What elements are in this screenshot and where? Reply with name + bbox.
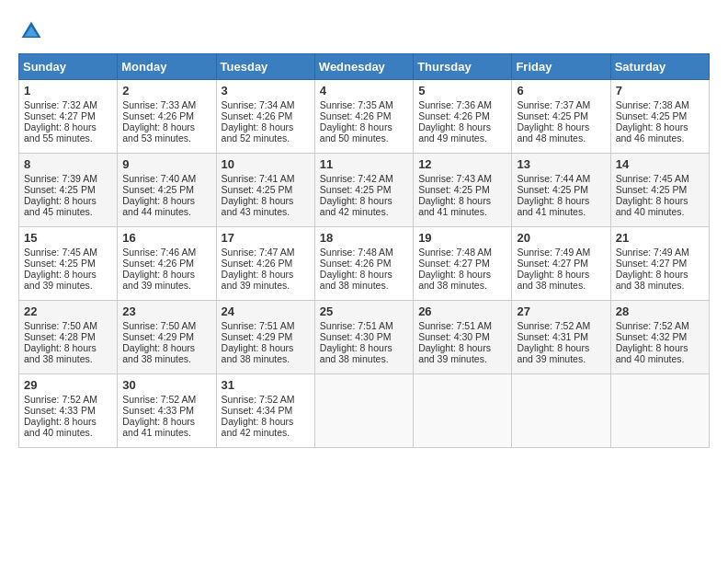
sunrise-text: Sunrise: 7:42 AM	[320, 173, 393, 184]
weekday-header: Friday	[512, 54, 610, 80]
logo	[18, 18, 48, 44]
calendar-cell: 31Sunrise: 7:52 AMSunset: 4:34 PMDayligh…	[216, 374, 314, 448]
weekday-header: Thursday	[414, 54, 512, 80]
daylight-text: Daylight: 8 hours and 41 minutes.	[517, 195, 589, 217]
day-number: 27	[517, 304, 605, 318]
day-number: 30	[122, 378, 210, 392]
day-number: 20	[517, 231, 605, 245]
sunrise-text: Sunrise: 7:34 AM	[222, 99, 295, 110]
calendar-cell: 18Sunrise: 7:48 AMSunset: 4:26 PMDayligh…	[314, 227, 413, 301]
calendar-cell: 22Sunrise: 7:50 AMSunset: 4:28 PMDayligh…	[19, 301, 118, 374]
daylight-text: Daylight: 8 hours and 41 minutes.	[122, 416, 195, 438]
sunset-text: Sunset: 4:27 PM	[24, 110, 96, 121]
sunrise-text: Sunrise: 7:46 AM	[122, 247, 196, 258]
calendar-cell: 16Sunrise: 7:46 AMSunset: 4:26 PMDayligh…	[118, 227, 216, 301]
calendar-cell: 30Sunrise: 7:52 AMSunset: 4:33 PMDayligh…	[118, 374, 216, 448]
weekday-header: Saturday	[610, 54, 709, 80]
calendar-cell: 17Sunrise: 7:47 AMSunset: 4:26 PMDayligh…	[216, 227, 314, 301]
daylight-text: Daylight: 8 hours and 43 minutes.	[222, 195, 294, 217]
calendar-cell: 20Sunrise: 7:49 AMSunset: 4:27 PMDayligh…	[512, 227, 610, 301]
day-number: 17	[222, 231, 310, 245]
sunset-text: Sunset: 4:26 PM	[418, 110, 490, 121]
calendar-cell: 21Sunrise: 7:49 AMSunset: 4:27 PMDayligh…	[610, 227, 709, 301]
sunset-text: Sunset: 4:28 PM	[24, 331, 96, 342]
day-number: 7	[616, 84, 704, 98]
sunset-text: Sunset: 4:29 PM	[122, 331, 194, 342]
sunrise-text: Sunrise: 7:41 AM	[222, 173, 295, 184]
day-number: 25	[320, 304, 408, 318]
sunrise-text: Sunrise: 7:49 AM	[517, 247, 590, 258]
sunset-text: Sunset: 4:32 PM	[616, 331, 688, 342]
sunset-text: Sunset: 4:25 PM	[616, 184, 688, 195]
sunrise-text: Sunrise: 7:50 AM	[24, 320, 97, 331]
day-number: 1	[24, 84, 112, 98]
calendar-cell	[414, 374, 512, 448]
calendar-cell	[314, 374, 413, 448]
sunset-text: Sunset: 4:26 PM	[122, 258, 194, 269]
sunset-text: Sunset: 4:26 PM	[122, 110, 194, 121]
calendar-cell	[512, 374, 610, 448]
daylight-text: Daylight: 8 hours and 39 minutes.	[517, 342, 589, 364]
daylight-text: Daylight: 8 hours and 38 minutes.	[24, 342, 97, 364]
daylight-text: Daylight: 8 hours and 41 minutes.	[418, 195, 491, 217]
daylight-text: Daylight: 8 hours and 40 minutes.	[616, 342, 688, 364]
day-number: 23	[122, 304, 210, 318]
day-number: 18	[320, 231, 408, 245]
weekday-header: Monday	[118, 54, 216, 80]
daylight-text: Daylight: 8 hours and 45 minutes.	[24, 195, 97, 217]
page-header	[18, 18, 710, 44]
sunset-text: Sunset: 4:25 PM	[418, 184, 490, 195]
sunrise-text: Sunrise: 7:51 AM	[320, 320, 393, 331]
daylight-text: Daylight: 8 hours and 42 minutes.	[320, 195, 392, 217]
weekday-header: Tuesday	[216, 54, 314, 80]
sunset-text: Sunset: 4:25 PM	[616, 110, 688, 121]
weekday-header: Sunday	[19, 54, 118, 80]
sunrise-text: Sunrise: 7:52 AM	[616, 320, 689, 331]
calendar-cell: 29Sunrise: 7:52 AMSunset: 4:33 PMDayligh…	[19, 374, 118, 448]
daylight-text: Daylight: 8 hours and 50 minutes.	[320, 121, 392, 144]
sunset-text: Sunset: 4:30 PM	[418, 331, 490, 342]
sunrise-text: Sunrise: 7:52 AM	[122, 394, 196, 405]
calendar-cell: 8Sunrise: 7:39 AMSunset: 4:25 PMDaylight…	[19, 154, 118, 227]
daylight-text: Daylight: 8 hours and 39 minutes.	[122, 269, 195, 291]
calendar-cell: 12Sunrise: 7:43 AMSunset: 4:25 PMDayligh…	[414, 154, 512, 227]
sunrise-text: Sunrise: 7:39 AM	[24, 173, 97, 184]
calendar-cell: 5Sunrise: 7:36 AMSunset: 4:26 PMDaylight…	[414, 80, 512, 154]
weekday-header: Wednesday	[314, 54, 413, 80]
sunset-text: Sunset: 4:31 PM	[517, 331, 588, 342]
sunrise-text: Sunrise: 7:37 AM	[517, 99, 590, 110]
daylight-text: Daylight: 8 hours and 42 minutes.	[222, 416, 294, 438]
daylight-text: Daylight: 8 hours and 46 minutes.	[616, 121, 688, 144]
calendar-week-row: 22Sunrise: 7:50 AMSunset: 4:28 PMDayligh…	[19, 301, 710, 374]
day-number: 12	[418, 157, 506, 171]
calendar-cell: 14Sunrise: 7:45 AMSunset: 4:25 PMDayligh…	[610, 154, 709, 227]
day-number: 3	[222, 84, 310, 98]
day-number: 28	[616, 304, 704, 318]
daylight-text: Daylight: 8 hours and 49 minutes.	[418, 121, 491, 144]
day-number: 31	[222, 378, 310, 392]
daylight-text: Daylight: 8 hours and 40 minutes.	[24, 416, 97, 438]
calendar-cell: 7Sunrise: 7:38 AMSunset: 4:25 PMDaylight…	[610, 80, 709, 154]
sunset-text: Sunset: 4:34 PM	[222, 405, 293, 416]
day-number: 13	[517, 157, 605, 171]
calendar-header-row: SundayMondayTuesdayWednesdayThursdayFrid…	[19, 54, 710, 80]
day-number: 15	[24, 231, 112, 245]
sunset-text: Sunset: 4:30 PM	[320, 331, 392, 342]
daylight-text: Daylight: 8 hours and 38 minutes.	[122, 342, 195, 364]
day-number: 10	[222, 157, 310, 171]
sunrise-text: Sunrise: 7:49 AM	[616, 247, 689, 258]
sunset-text: Sunset: 4:26 PM	[222, 110, 293, 121]
daylight-text: Daylight: 8 hours and 48 minutes.	[517, 121, 589, 144]
sunset-text: Sunset: 4:33 PM	[24, 405, 96, 416]
calendar-cell	[610, 374, 709, 448]
calendar-cell: 15Sunrise: 7:45 AMSunset: 4:25 PMDayligh…	[19, 227, 118, 301]
daylight-text: Daylight: 8 hours and 55 minutes.	[24, 121, 97, 144]
sunset-text: Sunset: 4:26 PM	[320, 110, 392, 121]
calendar-cell: 27Sunrise: 7:52 AMSunset: 4:31 PMDayligh…	[512, 301, 610, 374]
calendar-table: SundayMondayTuesdayWednesdayThursdayFrid…	[18, 53, 710, 448]
sunrise-text: Sunrise: 7:45 AM	[24, 247, 97, 258]
day-number: 19	[418, 231, 506, 245]
sunrise-text: Sunrise: 7:51 AM	[222, 320, 295, 331]
daylight-text: Daylight: 8 hours and 38 minutes.	[320, 342, 392, 364]
daylight-text: Daylight: 8 hours and 53 minutes.	[122, 121, 195, 144]
